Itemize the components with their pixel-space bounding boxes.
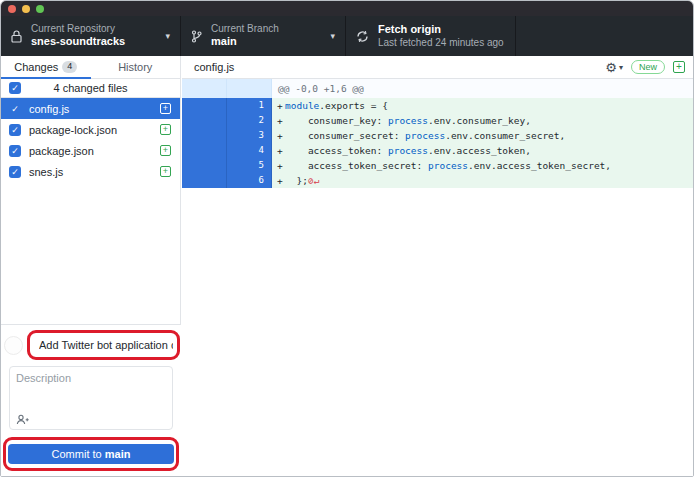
avatar — [4, 336, 23, 355]
lock-icon — [11, 30, 22, 43]
fetch-subtitle: Last fetched 24 minutes ago — [378, 37, 504, 50]
tab-history-label: History — [118, 61, 152, 73]
hunk-header-text: @@ -0,0 +1,6 @@ — [272, 79, 693, 98]
file-name: package.json — [29, 145, 160, 157]
file-name: snes.js — [29, 166, 160, 178]
file-checkbox[interactable]: ✓ — [9, 124, 21, 136]
sync-icon — [356, 30, 369, 43]
commit-panel: Commit to main — [1, 324, 181, 477]
github-desktop-window: Current Repository snes-soundtracks ▾ Cu… — [0, 0, 694, 477]
line-code: + consumer_secret: process.env.consumer_… — [272, 128, 693, 143]
diff-line-2: 2 + consumer_key: process.env.consumer_k… — [182, 113, 693, 128]
commit-button[interactable]: Commit to main — [8, 444, 174, 464]
file-row-package-json[interactable]: ✓ package.json + — [1, 140, 180, 161]
file-checkbox[interactable]: ✓ — [9, 166, 21, 178]
file-name: package-lock.json — [29, 124, 160, 136]
diff-file-header: config.js ⚙ ▾ New + — [182, 56, 693, 79]
line-number: 6 — [227, 173, 272, 188]
chevron-down-icon: ▾ — [322, 31, 335, 41]
line-toggle-gutter[interactable]: 1 — [182, 98, 272, 113]
expand-diff-button[interactable]: + — [673, 61, 685, 73]
commit-description-box — [9, 366, 173, 430]
commit-summary-row — [1, 329, 181, 361]
commit-description-input[interactable] — [10, 367, 172, 413]
diff-line-6: 6 + };⊘↵ — [182, 173, 693, 188]
sidebar-tabs: Changes 4 History — [1, 56, 180, 79]
line-code: + consumer_key: process.env.consumer_key… — [272, 113, 693, 128]
toolbar-spacer — [516, 16, 693, 56]
diff-line-1: 1 +module.exports = { — [182, 98, 693, 113]
line-toggle-gutter[interactable]: 4 — [182, 143, 272, 158]
commit-button-row: Commit to main — [1, 436, 181, 472]
line-toggle-gutter[interactable]: 2 — [182, 113, 272, 128]
added-status-icon: + — [160, 166, 171, 177]
line-code: + access_token_secret: process.env.acces… — [272, 158, 693, 173]
tab-changes-label: Changes — [14, 61, 58, 73]
line-number: 3 — [227, 128, 272, 143]
file-name: config.js — [29, 103, 160, 115]
file-checkbox[interactable]: ✓ — [9, 145, 21, 157]
commit-summary-input[interactable] — [30, 339, 177, 351]
zoom-window-icon[interactable] — [36, 5, 44, 13]
add-coauthor-icon[interactable] — [16, 414, 30, 425]
toolbar: Current Repository snes-soundtracks ▾ Cu… — [1, 16, 693, 56]
repository-label: Current Repository — [31, 23, 125, 36]
new-file-badge: New — [631, 60, 665, 74]
line-code: + };⊘↵ — [272, 173, 693, 188]
changed-files-header: ✓ 4 changed files — [1, 79, 180, 98]
gear-icon: ⚙ — [605, 60, 617, 75]
line-number: 5 — [227, 158, 272, 173]
diff-line-4: 4 + access_token: process.env.access_tok… — [182, 143, 693, 158]
changes-count-badge: 4 — [62, 61, 77, 73]
branch-icon — [191, 30, 202, 43]
commit-button-branch: main — [105, 448, 131, 460]
close-window-icon[interactable] — [8, 5, 16, 13]
tab-history[interactable]: History — [91, 56, 181, 78]
fetch-title: Fetch origin — [378, 23, 504, 37]
line-toggle-gutter[interactable]: 5 — [182, 158, 272, 173]
title-bar — [1, 1, 693, 16]
chevron-down-icon: ▾ — [619, 63, 623, 72]
line-toggle-gutter[interactable]: 3 — [182, 128, 272, 143]
hunk-gutter — [182, 79, 272, 98]
file-row-snes-js[interactable]: ✓ snes.js + — [1, 161, 180, 182]
line-code: +module.exports = { — [272, 98, 693, 113]
line-number: 4 — [227, 143, 272, 158]
line-toggle-gutter[interactable]: 6 — [182, 173, 272, 188]
current-branch-button[interactable]: Current Branch main ▾ — [181, 16, 346, 56]
commit-button-prefix: Commit to — [52, 448, 105, 460]
diff-empty-area — [182, 188, 693, 476]
fetch-origin-button[interactable]: Fetch origin Last fetched 24 minutes ago — [346, 16, 516, 56]
chevron-down-icon: ▾ — [157, 31, 170, 41]
diff-options-button[interactable]: ⚙ ▾ — [605, 60, 623, 75]
line-number: 1 — [227, 98, 272, 113]
tab-changes[interactable]: Changes 4 — [1, 56, 91, 78]
added-status-icon: + — [160, 103, 171, 114]
repository-name: snes-soundtracks — [31, 35, 125, 49]
annotation-box-summary — [27, 330, 180, 360]
annotation-box-commit: Commit to main — [3, 437, 179, 471]
diff-line-3: 3 + consumer_secret: process.env.consume… — [182, 128, 693, 143]
added-status-icon: + — [160, 124, 171, 135]
file-checkbox[interactable]: ✓ — [9, 103, 21, 115]
line-code: + access_token: process.env.access_token… — [272, 143, 693, 158]
line-number: 2 — [227, 113, 272, 128]
branch-label: Current Branch — [211, 23, 279, 36]
hunk-header-row: @@ -0,0 +1,6 @@ — [182, 79, 693, 98]
branch-name: main — [211, 35, 279, 49]
added-status-icon: + — [160, 145, 171, 156]
current-repository-button[interactable]: Current Repository snes-soundtracks ▾ — [1, 16, 181, 56]
file-row-package-lock-json[interactable]: ✓ package-lock.json + — [1, 119, 180, 140]
changes-sidebar: Changes 4 History ✓ 4 changed files ✓ co… — [1, 56, 181, 477]
minimize-window-icon[interactable] — [22, 5, 30, 13]
no-newline-icon: ⊘↵ — [308, 175, 319, 186]
diff-panel: config.js ⚙ ▾ New + @@ -0,0 +1,6 @@ 1 +m… — [182, 56, 693, 476]
file-row-config-js[interactable]: ✓ config.js + — [1, 98, 180, 119]
diff-line-5: 5 + access_token_secret: process.env.acc… — [182, 158, 693, 173]
changed-files-count: 4 changed files — [1, 82, 180, 94]
diff-file-name: config.js — [194, 61, 605, 73]
